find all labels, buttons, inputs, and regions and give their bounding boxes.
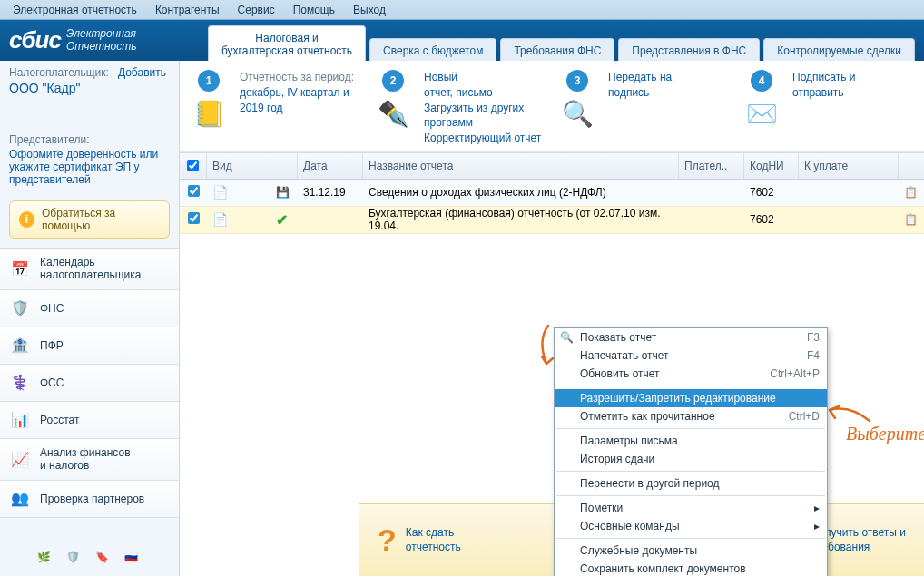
- tab[interactable]: Сверка с бюджетом: [369, 38, 496, 61]
- cell-date: 31.12.19: [298, 186, 363, 199]
- col-kind[interactable]: Вид: [207, 153, 270, 179]
- main-area: 1📒Отчетность за период:декабрь, IV кварт…: [180, 61, 924, 576]
- step-link[interactable]: Загрузить из других программ: [424, 102, 524, 130]
- context-menu-item[interactable]: Перенести в другой период: [555, 474, 827, 493]
- doc-icon: 📄: [212, 212, 228, 227]
- step-link[interactable]: отправить: [792, 86, 844, 99]
- steps-bar: 1📒Отчетность за период:декабрь, IV кварт…: [180, 61, 924, 152]
- step-link[interactable]: Корректирующий отчет: [424, 132, 541, 144]
- context-menu-item[interactable]: Отметить как прочитанноеCtrl+D: [555, 407, 827, 425]
- step-number: 4: [751, 70, 772, 92]
- table-row[interactable]: 📄✔Бухгалтерская (финансовая) отчетность …: [180, 207, 924, 234]
- nav-item[interactable]: ⚕️ФСС: [0, 365, 179, 402]
- context-menu-item[interactable]: Сохранить комплект документов: [555, 560, 827, 576]
- nav-item[interactable]: 📅Календарь налогоплательщика: [0, 249, 179, 290]
- help-icon: i: [19, 211, 34, 228]
- context-menu-item[interactable]: Основные команды▸: [555, 517, 827, 535]
- row-checkbox[interactable]: [188, 185, 200, 197]
- context-menu-item[interactable]: Обновить отчетCtrl+Alt+P: [555, 365, 827, 383]
- main-tabs: Налоговая и бухгалтерская отчетностьСвер…: [208, 20, 915, 61]
- step-number: 2: [382, 70, 404, 92]
- step-link[interactable]: декабрь, IV квартал и: [240, 86, 349, 99]
- step-link[interactable]: Передать на: [608, 71, 672, 83]
- menu-item[interactable]: Выход: [346, 2, 393, 18]
- callout-text: Выберите: [846, 424, 924, 444]
- logo-fst-icon: 🇷🇺: [124, 551, 143, 569]
- step-number: 1: [198, 70, 220, 92]
- disk-icon: 💾: [276, 186, 290, 199]
- menu-item[interactable]: Электронная отчетность: [5, 2, 144, 18]
- cell-code: 7602: [744, 186, 799, 199]
- col-payer[interactable]: Плател..: [679, 153, 744, 179]
- tab[interactable]: Требования ФНС: [500, 38, 614, 61]
- context-menu-item[interactable]: История сдачи: [555, 450, 827, 468]
- step: 3🔍Передать наподпись: [555, 70, 732, 146]
- logo-shield-icon: 🛡️: [66, 551, 84, 569]
- tab[interactable]: Представления в ФНС: [618, 38, 760, 61]
- main-menu: Электронная отчетность Контрагенты Серви…: [0, 0, 924, 20]
- col-name[interactable]: Название отчета: [363, 153, 679, 179]
- add-payer-link[interactable]: Добавить: [118, 66, 166, 79]
- help-button[interactable]: i Обратиться за помощью: [9, 200, 170, 239]
- header: сбис ЭлектроннаяОтчетность Налоговая и б…: [0, 20, 924, 61]
- tab[interactable]: Контролируемые сделки: [763, 38, 915, 61]
- context-menu-item[interactable]: Параметры письма: [555, 432, 827, 450]
- cell-name: Сведения о доходах физических лиц (2-НДФ…: [363, 186, 679, 199]
- context-menu-item[interactable]: 🔍Показать отчетF3: [555, 328, 827, 347]
- context-menu-item[interactable]: Служебные документы: [555, 542, 827, 560]
- nav-item[interactable]: 📊Росстат: [0, 402, 179, 439]
- nav-item[interactable]: 📈Анализ финансов и налогов: [0, 439, 179, 481]
- step-link[interactable]: Новый отчет, письмо: [424, 71, 493, 99]
- nav-item[interactable]: 👥Проверка партнеров: [0, 481, 179, 518]
- logo-brand: сбис: [9, 26, 61, 54]
- question-icon: ?: [378, 522, 397, 558]
- col-date[interactable]: Дата: [298, 153, 363, 179]
- nav-icon: 🏦: [9, 335, 31, 356]
- status-check-icon: ✔: [276, 212, 288, 228]
- step-image-icon: ✒️: [371, 95, 415, 132]
- reps-label: Представители:: [9, 133, 170, 146]
- logo-seal-icon: 🔖: [95, 551, 113, 569]
- step-link[interactable]: подпись: [608, 86, 649, 99]
- nav: 📅Календарь налогоплательщика🛡️ФНС🏦ПФР⚕️Ф…: [0, 248, 179, 518]
- how-to-link[interactable]: Как сдать отчетность: [406, 526, 461, 554]
- step-link[interactable]: Подписать и: [792, 71, 855, 83]
- submenu-arrow-icon: ▸: [814, 502, 820, 514]
- submenu-arrow-icon: ▸: [814, 520, 820, 532]
- step-link[interactable]: 2019 год: [240, 102, 283, 114]
- nav-icon: ⚕️: [9, 372, 31, 394]
- select-all-checkbox[interactable]: [187, 160, 199, 171]
- row-action-icon[interactable]: 📋: [904, 213, 918, 226]
- nav-item[interactable]: 🏦ПФР: [0, 327, 179, 365]
- bottom-logos: 🌿 🛡️ 🔖 🇷🇺: [0, 543, 179, 576]
- company-name[interactable]: ООО "Кадр": [9, 81, 170, 95]
- nav-item[interactable]: 🛡️ФНС: [0, 290, 179, 327]
- row-action-icon[interactable]: 📋: [904, 186, 918, 199]
- menu-item[interactable]: Сервис: [231, 2, 282, 18]
- step-image-icon: 📒: [187, 95, 231, 132]
- payer-label: Налогоплательщик: Добавить: [9, 66, 170, 79]
- menu-item[interactable]: Помощь: [286, 2, 342, 18]
- col-pay[interactable]: К уплате: [799, 153, 899, 179]
- tab[interactable]: Налоговая и бухгалтерская отчетность: [208, 25, 366, 61]
- menu-item-icon: 🔍: [560, 331, 574, 344]
- cell-code: 7602: [744, 213, 799, 226]
- step: 2✒️Новый отчет, письмоЗагрузить из други…: [371, 70, 548, 146]
- context-menu-item[interactable]: Пометки▸: [555, 499, 827, 517]
- menu-item[interactable]: Контрагенты: [148, 2, 227, 18]
- step-number: 3: [566, 70, 588, 92]
- cell-name: Бухгалтерская (финансовая) отчетность (о…: [363, 207, 679, 232]
- table-row[interactable]: 📄💾31.12.19Сведения о доходах физических …: [180, 180, 924, 207]
- context-menu-item[interactable]: Напечатать отчетF4: [555, 347, 827, 365]
- logo-badge-icon: 🌿: [37, 551, 55, 569]
- reps-link[interactable]: Оформите доверенность или укажите сертиф…: [9, 148, 158, 186]
- context-menu-item[interactable]: Разрешить/Запретить редактирование: [555, 389, 827, 407]
- nav-icon: 🛡️: [9, 298, 31, 319]
- col-code[interactable]: КодНИ: [744, 153, 799, 179]
- sidebar: Налогоплательщик: Добавить ООО "Кадр" Пр…: [0, 61, 180, 576]
- nav-icon: 📈: [9, 448, 31, 470]
- nav-icon: 📊: [9, 409, 31, 431]
- row-checkbox[interactable]: [188, 212, 200, 224]
- step-image-icon: 🔍: [555, 95, 599, 132]
- grid-header: Вид Дата Название отчета Плател.. КодНИ …: [180, 152, 924, 180]
